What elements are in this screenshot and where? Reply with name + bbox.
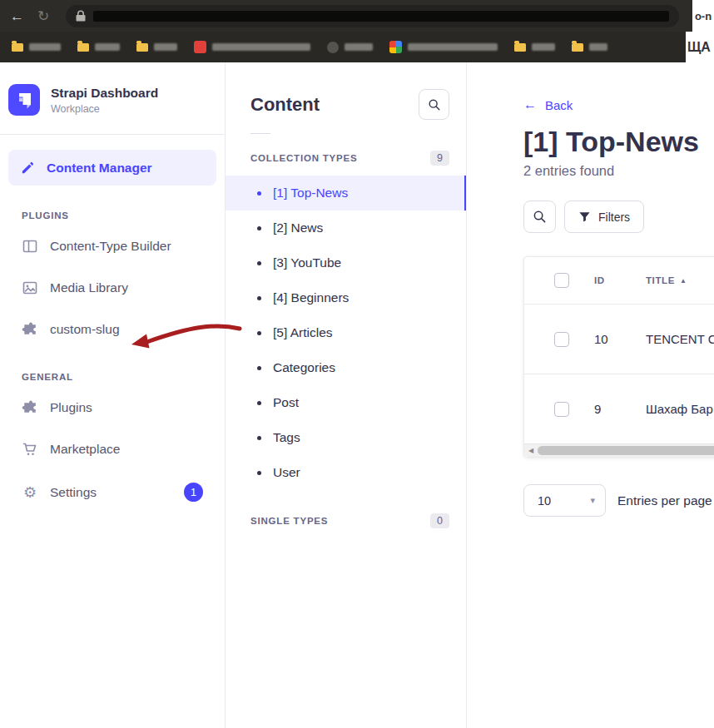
folder-icon bbox=[77, 43, 89, 52]
collection-type-label: [4] Beginners bbox=[273, 290, 349, 305]
collection-type-categories[interactable]: Categories bbox=[226, 350, 466, 385]
filters-label: Filters bbox=[598, 210, 630, 224]
sidebar-item-content-manager[interactable]: Content Manager bbox=[8, 150, 216, 186]
entries-per-page-label: Entries per page bbox=[617, 493, 712, 508]
single-types-header: SINGLE TYPES bbox=[250, 516, 328, 526]
browser-chrome: ← ↻ o-n ЩА bbox=[0, 0, 714, 62]
collection-type-top-news[interactable]: [1] Top-News bbox=[226, 176, 466, 210]
bookmark-folder[interactable] bbox=[514, 43, 555, 52]
layout-icon bbox=[22, 238, 38, 255]
horizontal-scrollbar[interactable]: ◀ bbox=[524, 443, 714, 457]
browser-toolbar: ← ↻ bbox=[0, 0, 714, 32]
browser-back-icon[interactable]: ← bbox=[10, 9, 24, 23]
collection-type-tags[interactable]: Tags bbox=[226, 420, 466, 455]
sidebar-item-media-library[interactable]: Media Library bbox=[0, 267, 225, 309]
collection-type-user[interactable]: User bbox=[226, 455, 466, 490]
strapi-logo bbox=[8, 84, 40, 116]
sidebar-item-label: Media Library bbox=[50, 280, 128, 295]
collection-type-youtube[interactable]: [3] YouTube bbox=[226, 245, 466, 280]
bookmark-label-redacted bbox=[154, 43, 177, 51]
bullet-icon bbox=[257, 261, 261, 265]
sidebar-item-label: Plugins bbox=[50, 400, 92, 415]
sidebar-item-content-type-builder[interactable]: Content-Type Builder bbox=[0, 225, 225, 267]
sidebar-item-plugins[interactable]: Plugins bbox=[0, 387, 225, 428]
bullet-icon bbox=[257, 191, 261, 196]
collection-type-label: [5] Articles bbox=[273, 325, 333, 340]
bullet-icon bbox=[257, 331, 261, 335]
collection-types-header: COLLECTION TYPES bbox=[250, 153, 357, 163]
sidebar-item-marketplace[interactable]: Marketplace bbox=[0, 428, 225, 470]
table-row[interactable]: 9 Шахаф Бар bbox=[524, 374, 714, 443]
sidebar-item-label: Content-Type Builder bbox=[50, 239, 171, 254]
filter-icon bbox=[578, 210, 591, 223]
sidebar-item-settings[interactable]: ⚙ Settings 1 bbox=[0, 470, 225, 514]
sidebar-item-label: Marketplace bbox=[50, 442, 120, 457]
folder-icon bbox=[136, 43, 148, 52]
column-header-id[interactable]: ID bbox=[594, 275, 646, 285]
app-title: Strapi Dashboard bbox=[51, 86, 158, 101]
sort-asc-icon: ▲ bbox=[680, 277, 687, 285]
sidebar-item-custom-slug[interactable]: custom-slug bbox=[0, 309, 225, 350]
bullet-icon bbox=[257, 366, 261, 370]
workspace-switcher[interactable]: Strapi Dashboard Workplace bbox=[0, 62, 225, 135]
collection-type-label: Categories bbox=[273, 360, 335, 375]
browser-reload-icon[interactable]: ↻ bbox=[37, 9, 49, 23]
collection-type-label: Tags bbox=[273, 430, 300, 445]
cell-id: 9 bbox=[594, 402, 646, 416]
table-row[interactable]: 10 TENCENT C bbox=[524, 304, 714, 374]
cart-icon bbox=[22, 441, 38, 458]
collection-type-label: [3] YouTube bbox=[273, 255, 341, 270]
cell-title: TENCENT C bbox=[646, 332, 714, 346]
strapi-app: Strapi Dashboard Workplace Content Manag… bbox=[0, 62, 714, 728]
bookmark-label-redacted bbox=[532, 43, 555, 51]
entries-per-page-select[interactable]: 10 ▾ bbox=[523, 484, 606, 517]
fonts-site-icon bbox=[389, 41, 402, 53]
bookmark-label-redacted bbox=[408, 43, 498, 51]
puzzle-icon bbox=[22, 321, 38, 338]
select-all-checkbox[interactable] bbox=[554, 273, 569, 288]
sidebar-item-label: custom-slug bbox=[50, 322, 120, 337]
row-checkbox[interactable] bbox=[554, 402, 569, 417]
workspace-label: Workplace bbox=[51, 103, 158, 115]
collection-type-label: User bbox=[273, 465, 300, 480]
gear-icon: ⚙ bbox=[22, 485, 38, 500]
scrollbar-thumb[interactable] bbox=[538, 446, 714, 455]
collection-type-beginners[interactable]: [4] Beginners bbox=[226, 280, 466, 315]
column-header-title[interactable]: TITLE ▲ bbox=[646, 275, 714, 285]
filters-button[interactable]: Filters bbox=[564, 201, 644, 233]
bookmark-folder[interactable] bbox=[136, 43, 177, 52]
bookmark-folder[interactable] bbox=[572, 43, 607, 52]
bookmark-site[interactable] bbox=[327, 42, 373, 53]
collection-type-articles[interactable]: [5] Articles bbox=[226, 315, 466, 350]
bullet-icon bbox=[257, 436, 261, 440]
page-title: [1] Top-News bbox=[523, 126, 714, 158]
bullet-icon bbox=[257, 471, 261, 475]
url-visible-fragment: o-n bbox=[692, 0, 714, 32]
sidebar-section-plugins: PLUGINS bbox=[0, 189, 225, 225]
collection-type-news[interactable]: [2] News bbox=[226, 210, 466, 245]
collection-types-count-badge: 9 bbox=[430, 151, 449, 166]
dark-site-icon bbox=[327, 42, 339, 53]
bookmark-site[interactable] bbox=[194, 41, 310, 53]
bookmark-label-redacted bbox=[29, 43, 61, 51]
bookmark-site[interactable] bbox=[389, 41, 498, 53]
sidebar-section-general: GENERAL bbox=[0, 350, 225, 387]
pencil-icon bbox=[20, 160, 36, 176]
row-checkbox[interactable] bbox=[554, 332, 569, 347]
single-types-count-badge: 0 bbox=[430, 513, 449, 528]
collection-type-label: [1] Top-News bbox=[273, 186, 348, 201]
lock-icon bbox=[76, 10, 86, 22]
url-bar[interactable] bbox=[66, 5, 679, 27]
cell-title: Шахаф Бар bbox=[646, 402, 714, 416]
scroll-left-icon[interactable]: ◀ bbox=[524, 447, 538, 454]
panel-search-button[interactable] bbox=[419, 89, 449, 120]
back-label: Back bbox=[545, 98, 573, 112]
collection-type-post[interactable]: Post bbox=[226, 385, 466, 420]
bookmark-folder[interactable] bbox=[12, 43, 61, 52]
bookmarks-bar bbox=[0, 32, 714, 62]
table-search-button[interactable] bbox=[523, 201, 556, 233]
back-link[interactable]: ← Back bbox=[523, 98, 573, 112]
bookmark-folder[interactable] bbox=[77, 43, 120, 52]
bullet-icon bbox=[257, 401, 261, 405]
folder-icon bbox=[572, 43, 583, 52]
